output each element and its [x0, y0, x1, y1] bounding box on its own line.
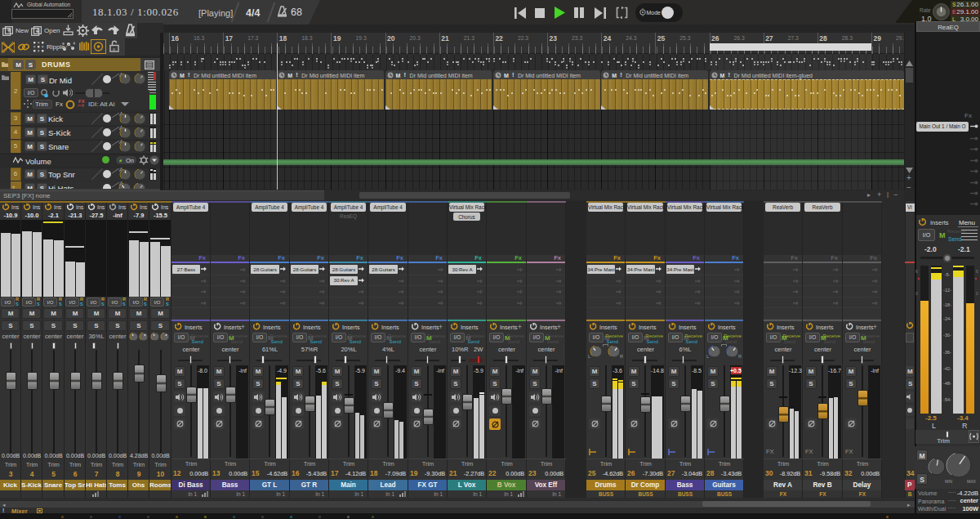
svg-text:o: o: [113, 47, 116, 51]
